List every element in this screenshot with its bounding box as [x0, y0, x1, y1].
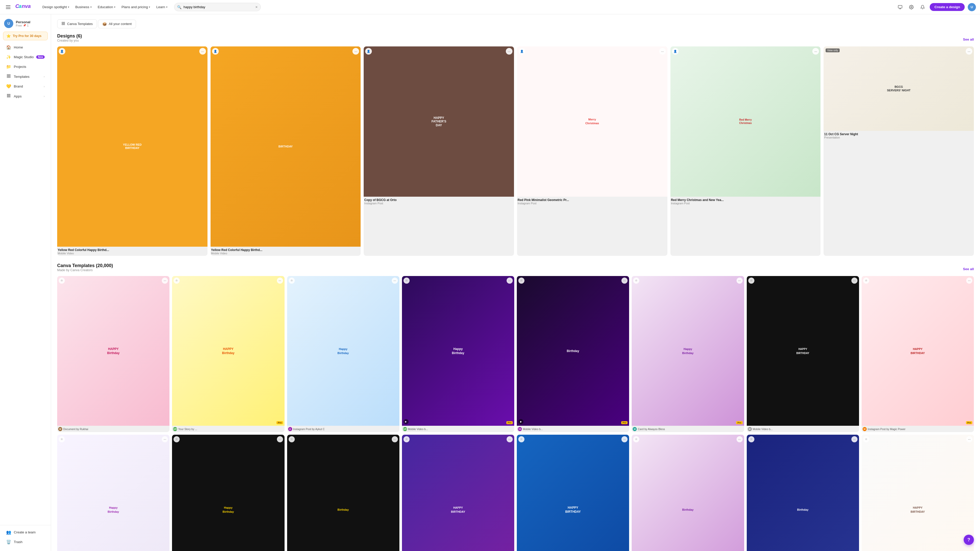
favorite-button[interactable]: ☆ — [289, 278, 295, 284]
design-card-type: Mobile Video — [211, 252, 360, 255]
nav-plans-pricing[interactable]: Plans and pricing ▾ — [119, 3, 153, 11]
card-more-button[interactable]: ··· — [506, 48, 512, 55]
canva-logo[interactable]: C a nva — [15, 3, 34, 11]
more-button[interactable]: ··· — [851, 436, 858, 442]
card-more-button[interactable]: ··· — [659, 48, 666, 55]
favorite-button[interactable]: ☆ — [404, 436, 410, 442]
share-icon[interactable]: 👤 — [672, 48, 679, 55]
favorite-button[interactable]: ☆ — [863, 278, 869, 284]
template-card[interactable]: ☆ ··· HAPPYBIRTHDAY M Mobile Video b... — [747, 276, 859, 432]
templates-see-all[interactable]: See all — [963, 267, 974, 271]
more-button[interactable]: ··· — [277, 278, 283, 284]
design-card[interactable]: HAPPYFATHER'SDAY 👤 ··· Copy of BGCG at O… — [364, 46, 514, 256]
favorite-button[interactable]: ☆ — [173, 278, 180, 284]
more-button[interactable]: ··· — [277, 436, 283, 442]
more-button[interactable]: ··· — [966, 436, 972, 442]
more-button[interactable]: ··· — [392, 436, 398, 442]
template-card[interactable]: ☆ ··· HappyBirthday ▶ Pro GR Mobile Vide… — [402, 276, 514, 432]
sidebar-user-meta: Free 📌 1 — [16, 24, 47, 27]
share-icon[interactable]: 👤 — [519, 48, 525, 55]
tab-canva-templates[interactable]: Canva Templates — [57, 19, 97, 28]
template-card[interactable]: ☆ ··· HAPPYBirthday Pro GR Your Story by… — [172, 276, 284, 432]
share-icon[interactable]: 👤 — [212, 48, 219, 55]
more-button[interactable]: ··· — [162, 278, 168, 284]
sidebar-item-apps[interactable]: Apps › — [2, 91, 49, 101]
more-button[interactable]: ··· — [851, 278, 858, 284]
favorite-button[interactable]: ☆ — [289, 436, 295, 442]
favorite-button[interactable]: ☆ — [518, 436, 525, 442]
design-card[interactable]: YELLOW REDBIRTHDAY 👤 ··· Yellow Red Colo… — [57, 46, 207, 256]
sidebar-item-trash[interactable]: 🗑️ Trash — [2, 537, 49, 547]
design-card[interactable]: BIRTHDAY 👤 ··· Yellow Red Colorful Happy… — [210, 46, 361, 256]
template-card[interactable]: ☆ ··· Birthday Pro GR Your Story b... — [632, 435, 744, 551]
template-card[interactable]: ☆ ··· Birthday Pro I Instagram St... — [287, 435, 399, 551]
create-design-button[interactable]: Create a design — [930, 3, 965, 11]
card-more-button[interactable]: ··· — [352, 48, 359, 55]
hamburger-button[interactable] — [4, 3, 12, 11]
more-button[interactable]: ··· — [507, 278, 513, 284]
sidebar-item-projects[interactable]: 📁 Projects — [2, 62, 49, 71]
design-card[interactable]: Red MerryChristmas 👤 ··· Red Merry Chris… — [670, 46, 821, 256]
template-card[interactable]: ☆ ··· HAPPYBIRTHDAY Pro M Instagram Post… — [862, 276, 974, 432]
notifications-icon[interactable] — [918, 3, 927, 11]
template-author: A Instagram Post by Aykut C — [288, 427, 398, 431]
more-button[interactable]: ··· — [737, 278, 743, 284]
nav-design-spotlight[interactable]: Design spotlight ▾ — [40, 3, 72, 11]
favorite-button[interactable]: ☆ — [404, 278, 410, 284]
design-card[interactable]: View only BGCGSERVERS' NIGHT ··· 11 Oct … — [824, 46, 974, 256]
clear-search-icon[interactable]: ✕ — [255, 5, 258, 9]
user-avatar[interactable]: U — [968, 3, 976, 11]
nav-learn[interactable]: Learn ▾ — [154, 3, 170, 11]
template-card[interactable]: ☆ ··· HAPPYBIRTHDAY ▶ Pro Y Your Story b… — [402, 435, 514, 551]
template-card[interactable]: ☆ ··· HAPPYBirthday W Document by Rukhai — [57, 276, 169, 432]
more-button[interactable]: ··· — [392, 278, 398, 284]
share-icon[interactable]: 👤 — [365, 48, 372, 55]
sidebar-item-create-team[interactable]: 👥 Create a team — [2, 527, 49, 537]
favorite-button[interactable]: ☆ — [59, 278, 65, 284]
template-card[interactable]: ☆ ··· Birthday ▶ Pro YA Mobile Video b..… — [517, 276, 629, 432]
template-card[interactable]: ☆ ··· HappyBirthday Pro C Card by puricr… — [172, 435, 284, 551]
settings-icon[interactable] — [907, 3, 915, 11]
favorite-button[interactable]: ☆ — [173, 436, 180, 442]
favorite-button[interactable]: ☆ — [748, 278, 754, 284]
design-card[interactable]: MerryChristmas 👤 ··· Red Pink Minimalist… — [517, 46, 667, 256]
more-button[interactable]: ··· — [621, 278, 628, 284]
favorite-button[interactable]: ☆ — [59, 436, 65, 442]
tab-all-content[interactable]: 📦 All your content — [98, 20, 136, 28]
card-more-button[interactable]: ··· — [812, 48, 819, 55]
template-card[interactable]: ☆ ··· HAPPYBIRTHDAY 10 D Presentation by… — [517, 435, 629, 551]
favorite-button[interactable]: ☆ — [748, 436, 754, 442]
favorite-button[interactable]: ☆ — [518, 278, 525, 284]
design-card-thumb: YELLOW REDBIRTHDAY 👤 ··· — [57, 46, 207, 247]
more-button[interactable]: ··· — [507, 436, 513, 442]
card-more-button[interactable]: ··· — [966, 48, 972, 55]
svg-point-7 — [911, 6, 912, 8]
template-card[interactable]: ☆ ··· Birthday ▶ Pro M Mobile Vide... — [747, 435, 859, 551]
more-button[interactable]: ··· — [966, 278, 972, 284]
nav-business[interactable]: Business ▾ — [73, 3, 94, 11]
sidebar-item-templates[interactable]: Templates › — [2, 72, 49, 81]
more-button[interactable]: ··· — [162, 436, 168, 442]
search-input[interactable] — [174, 3, 261, 11]
help-button[interactable]: ? — [964, 535, 974, 545]
more-button[interactable]: ··· — [621, 436, 628, 442]
share-icon[interactable]: 👤 — [59, 48, 65, 55]
template-card[interactable]: ☆ ··· HAPPYBIRTHDAY Pro L Presentation b… — [862, 435, 974, 551]
template-card[interactable]: ☆ ··· HappyBirthday Pro M Card by Always… — [632, 276, 744, 432]
favorite-button[interactable]: ☆ — [633, 278, 639, 284]
favorite-button[interactable]: ☆ — [863, 436, 869, 442]
more-button[interactable]: ··· — [737, 436, 743, 442]
try-pro-button[interactable]: ⭐ Try Pro for 30 days — [3, 32, 48, 40]
svg-rect-6 — [898, 5, 902, 8]
favorite-button[interactable]: ☆ — [633, 436, 639, 442]
sidebar-item-brand[interactable]: 💛 Brand › — [2, 82, 49, 91]
template-card[interactable]: ☆ ··· HappyBirthday M Your Story b... — [57, 435, 169, 551]
card-more-button[interactable]: ··· — [199, 48, 206, 55]
sidebar-item-home[interactable]: 🏠 Home — [2, 43, 49, 52]
sidebar-item-magic-studio[interactable]: ✨ Magic Studio New — [2, 52, 49, 62]
monitor-icon[interactable] — [896, 3, 904, 11]
designs-see-all[interactable]: See all — [963, 38, 974, 41]
template-card[interactable]: ☆ ··· HappyBirthday A Instagram Post by … — [287, 276, 399, 432]
template-thumb: ☆ ··· Birthday Pro — [632, 435, 744, 551]
nav-education[interactable]: Education ▾ — [95, 3, 118, 11]
